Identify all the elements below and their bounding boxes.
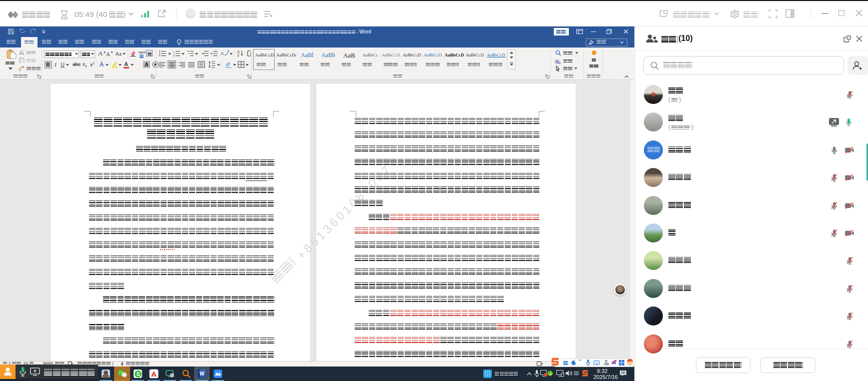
svg-text:Z: Z [237,54,240,56]
svg-text:A: A [131,53,134,57]
svg-text:1: 1 [173,50,175,54]
svg-text:A: A [221,51,224,56]
svg-text:2: 2 [173,54,175,56]
svg-text:ac: ac [557,60,561,64]
svg-text:A: A [237,50,240,54]
